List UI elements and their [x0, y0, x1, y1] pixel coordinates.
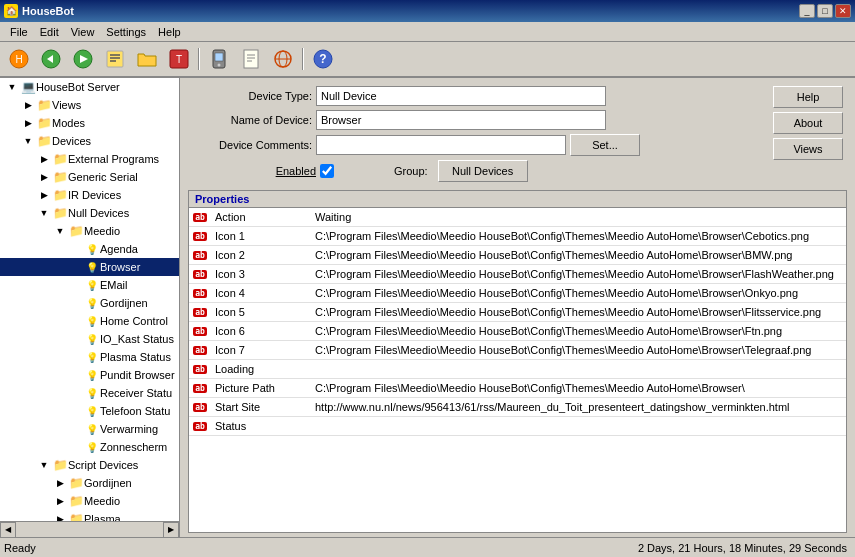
- expander-ir[interactable]: ▶: [36, 187, 52, 203]
- sidebar-item-telefoon-statu[interactable]: ▶ 💡 Telefoon Statu: [0, 402, 179, 420]
- sidebar-item-plasma-status[interactable]: ▶ 💡 Plasma Status: [0, 348, 179, 366]
- sidebar-item-browser[interactable]: ▶ 💡 Browser: [0, 258, 179, 276]
- device-name-input[interactable]: [316, 110, 606, 130]
- toolbar-edit-btn[interactable]: [100, 45, 130, 73]
- sidebar-item-ir-devices[interactable]: ▶ 📁 IR Devices: [0, 186, 179, 204]
- prop-icon: ab: [189, 322, 211, 340]
- sidebar-label-browser: Browser: [100, 261, 179, 273]
- menu-settings[interactable]: Settings: [100, 24, 152, 40]
- sidebar-item-io-kast[interactable]: ▶ 💡 IO_Kast Status: [0, 330, 179, 348]
- sidebar-item-home-control[interactable]: ▶ 💡 Home Control: [0, 312, 179, 330]
- property-row[interactable]: ab Action Waiting: [189, 208, 846, 227]
- menu-help[interactable]: Help: [152, 24, 187, 40]
- close-button[interactable]: ✕: [835, 4, 851, 18]
- sidebar-item-devices[interactable]: ▼ 📁 Devices: [0, 132, 179, 150]
- hscroll-track: [16, 522, 163, 538]
- sidebar-item-script-devices[interactable]: ▼ 📁 Script Devices: [0, 456, 179, 474]
- sidebar-item-meedio[interactable]: ▼ 📁 Meedio: [0, 222, 179, 240]
- property-row[interactable]: ab Icon 4 C:\Program Files\Meedio\Meedio…: [189, 284, 846, 303]
- sidebar-item-pundit-browser[interactable]: ▶ 💡 Pundit Browser: [0, 366, 179, 384]
- prop-value: C:\Program Files\Meedio\Meedio HouseBot\…: [311, 287, 846, 299]
- folder-icon-modes: 📁: [36, 115, 52, 131]
- sidebar-item-housebot-server[interactable]: ▼ 💻 HouseBot Server: [0, 78, 179, 96]
- expander-external[interactable]: ▶: [36, 151, 52, 167]
- device-icon-pundit: 💡: [84, 367, 100, 383]
- device-comments-input[interactable]: [316, 135, 566, 155]
- toolbar-network-btn[interactable]: [268, 45, 298, 73]
- about-button[interactable]: About: [773, 112, 843, 134]
- expander-housebot[interactable]: ▼: [4, 79, 20, 95]
- menu-view[interactable]: View: [65, 24, 101, 40]
- device-form: Device Type: Name of Device: Device Comm…: [180, 78, 855, 190]
- sidebar-item-views[interactable]: ▶ 📁 Views: [0, 96, 179, 114]
- property-row[interactable]: ab Icon 6 C:\Program Files\Meedio\Meedio…: [189, 322, 846, 341]
- sidebar-item-receiver[interactable]: ▶ 💡 Receiver Statu: [0, 384, 179, 402]
- property-row[interactable]: ab Icon 3 C:\Program Files\Meedio\Meedio…: [189, 265, 846, 284]
- maximize-button[interactable]: □: [817, 4, 833, 18]
- hscroll-right-btn[interactable]: ▶: [163, 522, 179, 538]
- sidebar-item-modes[interactable]: ▶ 📁 Modes: [0, 114, 179, 132]
- device-type-input[interactable]: [316, 86, 606, 106]
- sidebar-item-external-programs[interactable]: ▶ 📁 External Programs: [0, 150, 179, 168]
- property-row[interactable]: ab Loading: [189, 360, 846, 379]
- sidebar-item-zonnescherm[interactable]: ▶ 💡 Zonnescherm: [0, 438, 179, 456]
- menu-edit[interactable]: Edit: [34, 24, 65, 40]
- properties-table[interactable]: ab Action Waiting ab Icon 1 C:\Program F…: [189, 208, 846, 532]
- folder-icon-plasma: 📁: [68, 511, 84, 521]
- expander-devices[interactable]: ▼: [20, 133, 36, 149]
- folder-icon-meedio: 📁: [68, 223, 84, 239]
- sidebar-item-plasma[interactable]: ▶ 📁 Plasma: [0, 510, 179, 521]
- views-button[interactable]: Views: [773, 138, 843, 160]
- expander-script[interactable]: ▼: [36, 457, 52, 473]
- title-bar: 🏠 HouseBot _ □ ✕: [0, 0, 855, 22]
- device-type-row: Device Type:: [192, 86, 757, 106]
- menu-bar: File Edit View Settings Help: [0, 22, 855, 42]
- property-row[interactable]: ab Picture Path C:\Program Files\Meedio\…: [189, 379, 846, 398]
- menu-file[interactable]: File: [4, 24, 34, 40]
- sidebar-item-meedio2[interactable]: ▶ 📁 Meedio: [0, 492, 179, 510]
- property-row[interactable]: ab Status: [189, 417, 846, 436]
- sidebar-item-gordijnen2[interactable]: ▶ 📁 Gordijnen: [0, 474, 179, 492]
- sidebar-item-verwarming[interactable]: ▶ 💡 Verwarming: [0, 420, 179, 438]
- property-row[interactable]: ab Start Site http://www.nu.nl/news/9564…: [189, 398, 846, 417]
- minimize-button[interactable]: _: [799, 4, 815, 18]
- toolbar-help-btn[interactable]: ?: [308, 45, 338, 73]
- window-controls: _ □ ✕: [799, 4, 851, 18]
- sidebar-item-generic-serial[interactable]: ▶ 📁 Generic Serial: [0, 168, 179, 186]
- toolbar-home-btn[interactable]: H: [4, 45, 34, 73]
- enabled-row: Enabled Group: Null Devices: [192, 160, 843, 182]
- sidebar-scroll[interactable]: ▼ 💻 HouseBot Server ▶ 📁 Views ▶ 📁 Modes …: [0, 78, 179, 521]
- expander-null[interactable]: ▼: [36, 205, 52, 221]
- toolbar-phone-btn[interactable]: [204, 45, 234, 73]
- action-buttons: Help About Views: [769, 86, 843, 160]
- property-row[interactable]: ab Icon 2 C:\Program Files\Meedio\Meedio…: [189, 246, 846, 265]
- group-button[interactable]: Null Devices: [438, 160, 528, 182]
- toolbar-folder-btn[interactable]: [132, 45, 162, 73]
- sidebar-item-agenda[interactable]: ▶ 💡 Agenda: [0, 240, 179, 258]
- sidebar-item-null-devices[interactable]: ▼ 📁 Null Devices: [0, 204, 179, 222]
- expander-views[interactable]: ▶: [20, 97, 36, 113]
- toolbar-back-btn[interactable]: [36, 45, 66, 73]
- property-row[interactable]: ab Icon 1 C:\Program Files\Meedio\Meedio…: [189, 227, 846, 246]
- toolbar-doc-btn[interactable]: [236, 45, 266, 73]
- expander-meedio[interactable]: ▼: [52, 223, 68, 239]
- expander-plasma[interactable]: ▶: [52, 511, 68, 521]
- toolbar-run-btn[interactable]: [68, 45, 98, 73]
- expander-meedio2[interactable]: ▶: [52, 493, 68, 509]
- expander-generic[interactable]: ▶: [36, 169, 52, 185]
- sidebar-label-script-devices: Script Devices: [68, 459, 179, 471]
- hscroll-left-btn[interactable]: ◀: [0, 522, 16, 538]
- sidebar-item-gordijnen[interactable]: ▶ 💡 Gordijnen: [0, 294, 179, 312]
- expander-gordijnen2[interactable]: ▶: [52, 475, 68, 491]
- property-row[interactable]: ab Icon 5 C:\Program Files\Meedio\Meedio…: [189, 303, 846, 322]
- toolbar-tools-btn[interactable]: T: [164, 45, 194, 73]
- enabled-checkbox[interactable]: [320, 164, 334, 178]
- folder-icon-views: 📁: [36, 97, 52, 113]
- prop-value: C:\Program Files\Meedio\Meedio HouseBot\…: [311, 230, 846, 242]
- expander-modes[interactable]: ▶: [20, 115, 36, 131]
- set-button[interactable]: Set...: [570, 134, 640, 156]
- property-row[interactable]: ab Icon 7 C:\Program Files\Meedio\Meedio…: [189, 341, 846, 360]
- folder-icon-generic: 📁: [52, 169, 68, 185]
- sidebar-item-email[interactable]: ▶ 💡 EMail: [0, 276, 179, 294]
- help-button[interactable]: Help: [773, 86, 843, 108]
